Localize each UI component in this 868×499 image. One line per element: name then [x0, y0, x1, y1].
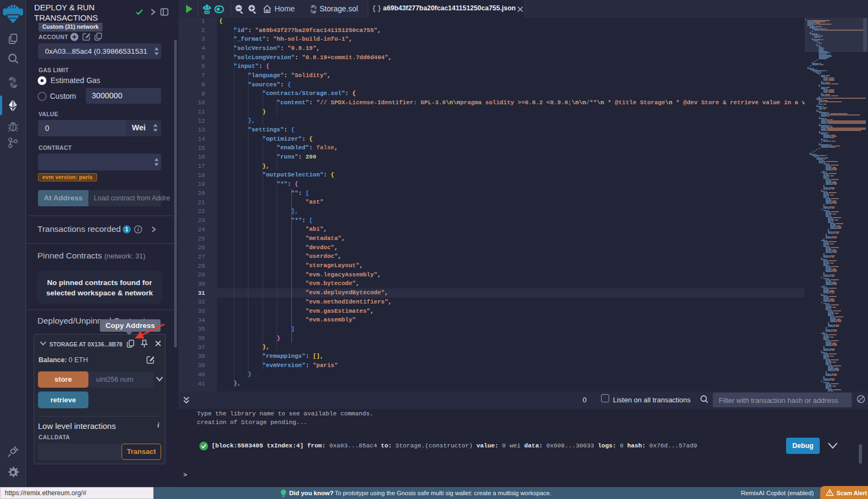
svg-text:i: i	[137, 227, 139, 232]
